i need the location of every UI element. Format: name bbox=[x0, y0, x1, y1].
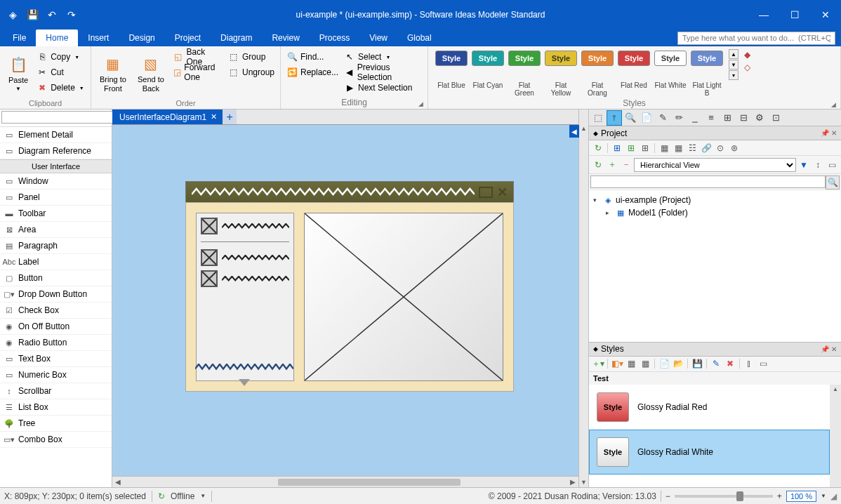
tool-item[interactable]: ▢▾Drop Down Button bbox=[0, 286, 112, 303]
rt-tool-1[interactable]: ⬚ bbox=[590, 110, 606, 126]
toolbox-category[interactable]: User Interface bbox=[0, 159, 112, 173]
bring-to-front-button[interactable]: ▦ Bring to Front bbox=[95, 49, 131, 98]
tool-item[interactable]: AbcLabel bbox=[0, 254, 112, 270]
styles-scroll-up[interactable]: ▲ bbox=[729, 49, 739, 59]
ribbon-style-button[interactable]: Style bbox=[581, 51, 614, 66]
next-selection-button[interactable]: ▶ Next Selection bbox=[343, 80, 423, 95]
sp-tool1-icon[interactable]: ◧▾ bbox=[611, 357, 623, 370]
status-offline[interactable]: Offline bbox=[171, 491, 194, 501]
view-mode-select[interactable]: Hierarchical View bbox=[634, 158, 796, 172]
command-search-input[interactable] bbox=[677, 32, 835, 45]
ribbon-style-button[interactable]: Style bbox=[435, 51, 468, 66]
style-tool-1-icon[interactable]: ◆ bbox=[741, 49, 753, 60]
style-list-item[interactable]: StyleGlossy Radial Red bbox=[589, 385, 830, 430]
undo-icon[interactable]: ↶ bbox=[45, 8, 59, 22]
replace-button[interactable]: 🔁 Replace... bbox=[285, 65, 340, 80]
project-search-button[interactable]: 🔍 bbox=[826, 175, 840, 190]
ungroup-button[interactable]: ⬚ Ungroup bbox=[227, 65, 276, 80]
rt-tool-4[interactable]: 📄 bbox=[639, 110, 654, 126]
ui-window-element[interactable]: ✕ bbox=[185, 181, 514, 392]
scrollbar-thumb[interactable] bbox=[278, 479, 461, 486]
pt-minus-icon[interactable]: － bbox=[620, 159, 633, 171]
maximize-button[interactable]: ☐ bbox=[779, 4, 810, 25]
styles-expand[interactable]: ▾ bbox=[729, 70, 739, 80]
styles-scrollbar[interactable]: ▲ bbox=[830, 385, 841, 488]
sp-tool5-icon[interactable]: ▭ bbox=[757, 357, 769, 370]
tree-expand-icon[interactable]: ▸ bbox=[606, 209, 613, 216]
copy-button[interactable]: ⎘ Copy ▼ bbox=[35, 49, 86, 65]
menu-project[interactable]: Project bbox=[165, 29, 211, 46]
ui-label-element[interactable] bbox=[195, 364, 293, 371]
forward-one-button[interactable]: ◲ Forward One bbox=[171, 65, 224, 80]
menu-insert[interactable]: Insert bbox=[78, 29, 119, 46]
rt-tool-11[interactable]: ⚙ bbox=[752, 110, 767, 126]
tool-item[interactable]: ◉On Off Button bbox=[0, 319, 112, 335]
horizontal-scrollbar[interactable]: ◀ ▶ bbox=[112, 476, 578, 487]
pin-icon[interactable]: 📌 ✕ bbox=[821, 345, 837, 353]
style-tool-2-icon[interactable]: ◇ bbox=[741, 62, 753, 73]
sp-delete-icon[interactable]: ✖ bbox=[724, 357, 736, 370]
tree-child[interactable]: ▸ ▦ Model1 (Folder) bbox=[604, 206, 838, 219]
tool-item[interactable]: ☰List Box bbox=[0, 399, 112, 416]
tool-item[interactable]: ☑Check Box bbox=[0, 303, 112, 319]
tool-item[interactable]: ▭Numeric Box bbox=[0, 367, 112, 383]
zoom-percent[interactable]: 100 % bbox=[786, 491, 816, 502]
style-list-item[interactable]: StyleGlossy Radial White bbox=[589, 430, 830, 475]
group-button[interactable]: ⬚ Group bbox=[227, 49, 276, 65]
prev-selection-button[interactable]: ◀ Previous Selection bbox=[343, 65, 423, 80]
sp-open-icon[interactable]: 📂 bbox=[672, 357, 684, 370]
tool-item[interactable]: ▬Toolbar bbox=[0, 206, 112, 222]
tool-item[interactable]: ▭Window bbox=[0, 173, 112, 190]
tool-item[interactable]: ↕Scrollbar bbox=[0, 383, 112, 399]
zoom-out-button[interactable]: − bbox=[665, 491, 670, 501]
tool-item[interactable]: ⊠Area bbox=[0, 222, 112, 238]
diagram-canvas[interactable]: ✕ bbox=[112, 125, 578, 476]
menu-process[interactable]: Process bbox=[310, 29, 359, 46]
close-button[interactable]: ✕ bbox=[810, 4, 841, 25]
vertical-scrollbar[interactable]: ▲ ▼ bbox=[578, 110, 588, 487]
rt-tool-7[interactable]: ⎯ bbox=[687, 110, 703, 126]
tab-add-button[interactable]: + bbox=[223, 110, 237, 124]
redo-icon[interactable]: ↷ bbox=[65, 8, 79, 22]
pt-view6-icon[interactable]: ⊛ bbox=[728, 142, 741, 154]
tool-item[interactable]: ▭▾Combo Box bbox=[0, 432, 112, 448]
sp-tool3-icon[interactable]: ▦ bbox=[639, 357, 651, 370]
tool-item[interactable]: ▭Panel bbox=[0, 190, 112, 206]
sp-new-icon[interactable]: 📄 bbox=[658, 357, 670, 370]
delete-button[interactable]: ✖ Delete ▼ bbox=[35, 80, 86, 95]
pt-view1-icon[interactable]: ▦ bbox=[658, 142, 670, 154]
sp-tool4-icon[interactable]: ⫿ bbox=[743, 357, 755, 370]
menu-review[interactable]: Review bbox=[262, 29, 309, 46]
project-search-input[interactable] bbox=[590, 175, 826, 188]
pt-view4-icon[interactable]: 🔗 bbox=[700, 142, 713, 154]
dialog-launcher-icon[interactable]: ◢ bbox=[418, 100, 423, 107]
zoom-slider[interactable] bbox=[675, 495, 773, 498]
ui-listbox-element[interactable] bbox=[196, 213, 294, 381]
pt-view3-icon[interactable]: ☷ bbox=[686, 142, 698, 154]
ribbon-style-button[interactable]: Style bbox=[472, 51, 504, 66]
menu-design[interactable]: Design bbox=[119, 29, 164, 46]
paste-button[interactable]: 📋 Paste ▼ bbox=[4, 49, 32, 98]
ribbon-style-button[interactable]: Style bbox=[618, 51, 650, 66]
sp-tool2-icon[interactable]: ▦ bbox=[625, 357, 637, 370]
rt-tool-12[interactable]: ⊡ bbox=[768, 110, 783, 126]
sp-add-icon[interactable]: ＋▾ bbox=[592, 357, 604, 370]
scroll-right-icon[interactable]: ▶ bbox=[567, 478, 578, 486]
sp-edit-icon[interactable]: ✎ bbox=[710, 357, 722, 370]
pt-plus-icon[interactable]: ＋ bbox=[606, 159, 618, 171]
zoom-in-button[interactable]: + bbox=[777, 491, 782, 501]
dialog-launcher-icon[interactable]: ◢ bbox=[831, 101, 836, 108]
collapse-right-button[interactable]: ◀ bbox=[569, 125, 579, 138]
menu-home[interactable]: Home bbox=[36, 29, 78, 46]
ribbon-style-button[interactable]: Style bbox=[508, 51, 541, 66]
rt-tool-9[interactable]: ⊞ bbox=[720, 110, 735, 126]
pt-refresh2-icon[interactable]: ↻ bbox=[592, 159, 604, 171]
tool-item[interactable]: ▢Button bbox=[0, 270, 112, 286]
rt-tool-8[interactable]: ≡ bbox=[703, 110, 719, 126]
zoom-thumb[interactable] bbox=[736, 491, 743, 501]
rt-tool-2[interactable]: ⫯ bbox=[607, 110, 622, 126]
sort-icon[interactable]: ↕ bbox=[812, 159, 824, 171]
save-icon[interactable]: 💾 bbox=[25, 8, 39, 22]
tool-item[interactable]: ◉Radio Button bbox=[0, 335, 112, 351]
ribbon-style-button[interactable]: Style bbox=[691, 51, 723, 66]
